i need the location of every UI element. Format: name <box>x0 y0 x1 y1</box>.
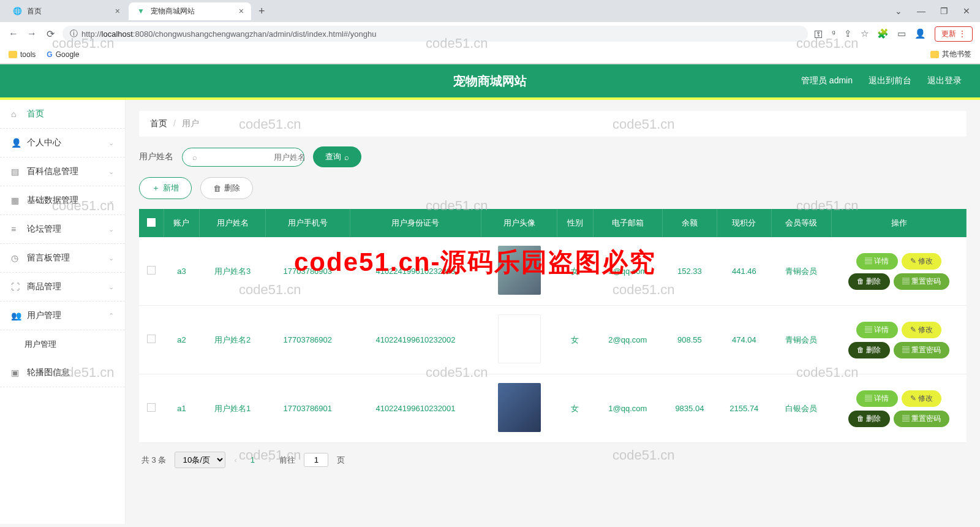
sidebar-item-message[interactable]: ◷留言板管理⌄ <box>0 244 125 273</box>
edit-button[interactable]: ✎ 修改 <box>902 322 941 338</box>
extensions-icon[interactable]: 🧩 <box>877 28 889 39</box>
cell-balance: 9835.04 <box>662 374 717 443</box>
logout-link[interactable]: 退出登录 <box>927 75 962 86</box>
row-checkbox[interactable] <box>147 403 156 412</box>
table-header: 账户 <box>164 209 200 237</box>
content-area: 首页 / 用户 用户姓名 ⌕ 查询 ⌕ ＋ 新增 🗑 删除 账户用户姓名用户手机… <box>126 100 980 524</box>
table-header: 现积分 <box>717 209 771 237</box>
chevron-down-icon: ⌄ <box>108 139 114 147</box>
add-button[interactable]: ＋ 新增 <box>139 177 192 199</box>
cell-avatar <box>481 237 557 306</box>
list-icon: ≡ <box>11 224 21 234</box>
bookmarks-bar: tools GGoogle 其他书签 <box>0 45 980 64</box>
browser-tab-current[interactable]: ▼ 宠物商城网站 × <box>129 2 251 20</box>
table-header: 会员等级 <box>771 209 831 237</box>
select-all-checkbox[interactable] <box>147 218 156 227</box>
pagination: 共 3 条 10条/页 ‹ 1 › 前往 页 <box>139 443 967 477</box>
update-button[interactable]: 更新⋮ <box>935 26 973 42</box>
table-header: 性别 <box>557 209 593 237</box>
profile-icon[interactable]: 👤 <box>914 28 926 39</box>
edit-button[interactable]: ✎ 修改 <box>902 390 941 407</box>
edit-button[interactable]: ✎ 修改 <box>902 253 941 270</box>
table-header: 用户头像 <box>481 209 557 237</box>
cell-phone: 17703786902 <box>265 306 350 374</box>
cell-balance: 908.55 <box>662 306 717 374</box>
reset-password-button[interactable]: ▤ 重置密码 <box>894 411 949 427</box>
bookmark-google[interactable]: GGoogle <box>47 50 79 59</box>
sidebar: ⌂首页 👤个人中心⌄ ▤百科信息管理⌄ ▦基础数据管理⌄ ≡论坛管理⌄ ◷留言板… <box>0 100 126 524</box>
reset-password-button[interactable]: ▤ 重置密码 <box>894 273 949 290</box>
url-input[interactable]: ⓘ http://localhost:8080/chongwushangchen… <box>62 26 808 42</box>
back-icon[interactable]: ← <box>7 28 20 39</box>
bookmark-tools[interactable]: tools <box>9 50 36 59</box>
close-icon[interactable]: × <box>115 6 120 16</box>
users-icon: 👥 <box>11 311 21 320</box>
table-header: 用户姓名 <box>200 209 265 237</box>
view-button[interactable]: ▤ 详情 <box>856 322 897 338</box>
sidebar-item-goods[interactable]: ⛶商品管理⌄ <box>0 273 125 301</box>
table-header: 电子邮箱 <box>593 209 662 237</box>
cell-account: a1 <box>164 374 200 443</box>
close-window-icon[interactable]: ✕ <box>963 6 970 16</box>
search-button[interactable]: 查询 ⌕ <box>313 146 361 167</box>
row-checkbox[interactable] <box>147 266 156 275</box>
chevron-down-icon[interactable]: ⌄ <box>895 6 902 16</box>
sidebar-item-user[interactable]: 👥用户管理⌃ <box>0 301 125 330</box>
new-tab-button[interactable]: + <box>252 2 271 20</box>
view-button[interactable]: ▤ 详情 <box>856 390 897 407</box>
reading-list-icon[interactable]: ▭ <box>897 28 906 39</box>
cell-name: 用户姓名2 <box>200 306 265 374</box>
chevron-down-icon: ⌄ <box>108 254 114 262</box>
delete-button[interactable]: 🗑 删除 <box>200 177 253 199</box>
chevron-down-icon: ⌄ <box>108 226 114 233</box>
key-icon[interactable]: ⚿ <box>814 29 823 39</box>
sidebar-subitem-user-manage[interactable]: 用户管理 <box>0 330 125 358</box>
star-icon[interactable]: ☆ <box>861 28 869 39</box>
info-icon[interactable]: ⓘ <box>70 28 78 39</box>
share-icon[interactable]: ⇪ <box>844 28 852 39</box>
bookmark-other[interactable]: 其他书签 <box>930 49 971 59</box>
cell-name: 用户姓名1 <box>200 374 265 443</box>
sidebar-item-forum[interactable]: ≡论坛管理⌄ <box>0 215 125 244</box>
table-row: a2 用户姓名2 17703786902 410224199610232002 … <box>139 306 967 374</box>
forward-icon[interactable]: → <box>26 28 38 39</box>
page-input[interactable] <box>304 453 328 467</box>
cell-idcard: 410224199610232001 <box>350 374 481 443</box>
translate-icon[interactable]: ᵍ <box>832 28 835 39</box>
reload-icon[interactable]: ⟳ <box>44 28 56 40</box>
tab-title: 首页 <box>27 6 42 17</box>
delete-button[interactable]: 🗑 删除 <box>848 273 889 290</box>
admin-label[interactable]: 管理员 admin <box>801 75 853 86</box>
search-icon: ⌕ <box>344 153 349 162</box>
prev-page[interactable]: ‹ <box>234 455 236 464</box>
delete-button[interactable]: 🗑 删除 <box>848 411 889 427</box>
exit-to-front-link[interactable]: 退出到前台 <box>869 75 911 86</box>
avatar-image <box>498 246 541 295</box>
folder-icon <box>9 51 17 58</box>
sidebar-item-personal[interactable]: 👤个人中心⌄ <box>0 129 125 157</box>
close-icon[interactable]: × <box>239 6 244 16</box>
sidebar-item-carousel[interactable]: ▣轮播图信息 <box>0 358 125 387</box>
avatar-image <box>498 314 541 363</box>
cell-account: a3 <box>164 237 200 306</box>
search-input-wrapper: ⌕ <box>182 148 304 167</box>
page-number[interactable]: 1 <box>246 454 260 466</box>
breadcrumb-current: 用户 <box>182 118 199 128</box>
next-page[interactable]: › <box>268 455 271 464</box>
row-checkbox[interactable] <box>147 335 156 343</box>
sidebar-item-home[interactable]: ⌂首页 <box>0 100 125 129</box>
sidebar-item-basic[interactable]: ▦基础数据管理⌄ <box>0 186 125 215</box>
breadcrumb: 首页 / 用户 <box>139 111 967 137</box>
pagesize-select[interactable]: 10条/页 <box>175 452 225 468</box>
breadcrumb-home[interactable]: 首页 <box>150 118 167 128</box>
sidebar-item-baike[interactable]: ▤百科信息管理⌄ <box>0 157 125 186</box>
address-bar: ← → ⟳ ⓘ http://localhost:8080/chongwusha… <box>0 22 980 45</box>
table-row: a1 用户姓名1 17703786901 410224199610232001 … <box>139 374 967 443</box>
reset-password-button[interactable]: ▤ 重置密码 <box>894 342 949 358</box>
search-input[interactable] <box>202 153 306 162</box>
view-button[interactable]: ▤ 详情 <box>856 253 897 270</box>
maximize-icon[interactable]: ❐ <box>940 6 948 16</box>
delete-button[interactable]: 🗑 删除 <box>848 342 889 358</box>
minimize-icon[interactable]: — <box>917 6 925 16</box>
browser-tab-home[interactable]: 🌐 首页 × <box>5 2 127 20</box>
